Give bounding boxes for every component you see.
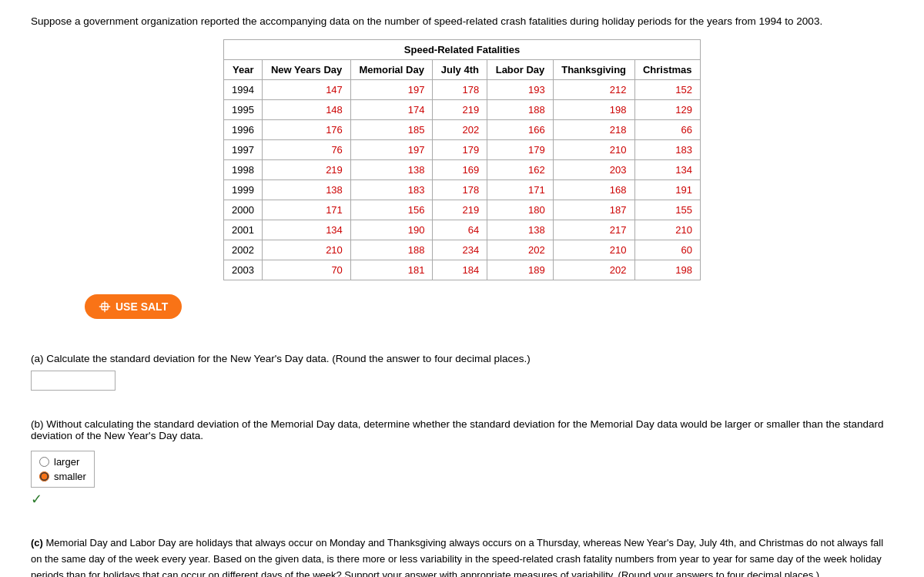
table-row: 2000171156219180187155 (224, 200, 701, 220)
section-c-label: (c) (31, 537, 43, 548)
table-cell: 234 (433, 240, 487, 260)
radio-larger[interactable]: larger (39, 456, 86, 468)
table-cell: 203 (553, 160, 634, 180)
section-b: (b) Without calculating the standard dev… (31, 418, 893, 508)
table-cell: 189 (487, 260, 553, 280)
section-c-text: Memorial Day and Labor Day are holidays … (31, 537, 883, 577)
table-cell: 202 (487, 240, 553, 260)
table-cell: 155 (634, 200, 700, 220)
table-row: 1995148174219188198129 (224, 100, 701, 120)
table-cell: 202 (553, 260, 634, 280)
section-b-label: (b) Without calculating the standard dev… (31, 418, 893, 441)
table-cell: 1995 (224, 100, 263, 120)
section-a-answer[interactable] (31, 371, 116, 391)
table-cell: 219 (433, 100, 487, 120)
fatalities-table: Speed-Related Fatalities Year New Years … (223, 39, 701, 280)
table-cell: 188 (487, 100, 553, 120)
section-a-label: (a) Calculate the standard deviation for… (31, 353, 893, 364)
table-cell: 156 (350, 200, 433, 220)
table-cell: 152 (634, 80, 700, 100)
col-ld: Labor Day (487, 60, 553, 80)
table-cell: 76 (263, 140, 350, 160)
table-cell: 198 (634, 260, 700, 280)
table-cell: 176 (263, 120, 350, 140)
table-cell: 178 (433, 180, 487, 200)
table-cell: 219 (433, 200, 487, 220)
table-cell: 187 (553, 200, 634, 220)
table-cell: 180 (487, 200, 553, 220)
table-cell: 217 (553, 220, 634, 240)
table-cell: 129 (634, 100, 700, 120)
radio-smaller[interactable]: smaller (39, 471, 86, 482)
table-cell: 212 (553, 80, 634, 100)
table-cell: 184 (433, 260, 487, 280)
table-cell: 134 (634, 160, 700, 180)
table-cell: 193 (487, 80, 553, 100)
table-cell: 2001 (224, 220, 263, 240)
table-cell: 1998 (224, 160, 263, 180)
table-cell: 169 (433, 160, 487, 180)
data-table-container: Speed-Related Fatalities Year New Years … (223, 39, 701, 280)
table-cell: 183 (350, 180, 433, 200)
table-cell: 66 (634, 120, 700, 140)
table-cell: 191 (634, 180, 700, 200)
radio-larger-input[interactable] (39, 457, 49, 467)
table-cell: 210 (553, 140, 634, 160)
table-cell: 178 (433, 80, 487, 100)
table-row: 200221018823420221060 (224, 240, 701, 260)
table-cell: 202 (433, 120, 487, 140)
table-cell: 2000 (224, 200, 263, 220)
table-cell: 188 (350, 240, 433, 260)
col-md: Memorial Day (350, 60, 433, 80)
table-row: 200113419064138217210 (224, 220, 701, 240)
table-cell: 168 (553, 180, 634, 200)
radio-larger-label: larger (54, 456, 79, 468)
table-cell: 138 (350, 160, 433, 180)
table-cell: 171 (263, 200, 350, 220)
table-cell: 219 (263, 160, 350, 180)
table-cell: 210 (263, 240, 350, 260)
table-cell: 2002 (224, 240, 263, 260)
intro-text: Suppose a government organization report… (31, 15, 893, 27)
table-cell: 1996 (224, 120, 263, 140)
table-cell: 210 (553, 240, 634, 260)
table-cell: 148 (263, 100, 350, 120)
salt-icon (99, 300, 111, 313)
table-cell: 185 (350, 120, 433, 140)
table-cell: 179 (487, 140, 553, 160)
table-cell: 1994 (224, 80, 263, 100)
section-b-check: ✓ (31, 491, 893, 508)
table-cell: 147 (263, 80, 350, 100)
use-salt-button[interactable]: USE SALT (85, 294, 182, 319)
table-cell: 218 (553, 120, 634, 140)
radio-smaller-input[interactable] (39, 471, 49, 481)
table-cell: 210 (634, 220, 700, 240)
table-cell: 1999 (224, 180, 263, 200)
table-row: 199617618520216621866 (224, 120, 701, 140)
table-cell: 1997 (224, 140, 263, 160)
table-cell: 198 (553, 100, 634, 120)
table-row: 1999138183178171168191 (224, 180, 701, 200)
table-cell: 183 (634, 140, 700, 160)
table-cell: 70 (263, 260, 350, 280)
section-b-options: larger smaller (31, 451, 95, 488)
table-title: Speed-Related Fatalities (224, 40, 701, 60)
section-c-header: (c) Memorial Day and Labor Day are holid… (31, 535, 893, 577)
table-cell: 171 (487, 180, 553, 200)
table-cell: 138 (263, 180, 350, 200)
col-year: Year (224, 60, 263, 80)
table-cell: 197 (350, 80, 433, 100)
table-cell: 166 (487, 120, 553, 140)
table-cell: 64 (433, 220, 487, 240)
table-cell: 2003 (224, 260, 263, 280)
table-cell: 60 (634, 240, 700, 260)
table-row: 199776197179179210183 (224, 140, 701, 160)
col-xmas: Christmas (634, 60, 700, 80)
table-cell: 197 (350, 140, 433, 160)
table-row: 1994147197178193212152 (224, 80, 701, 100)
table-cell: 162 (487, 160, 553, 180)
col-nyd: New Years Day (263, 60, 350, 80)
col-july: July 4th (433, 60, 487, 80)
table-cell: 138 (487, 220, 553, 240)
table-cell: 174 (350, 100, 433, 120)
